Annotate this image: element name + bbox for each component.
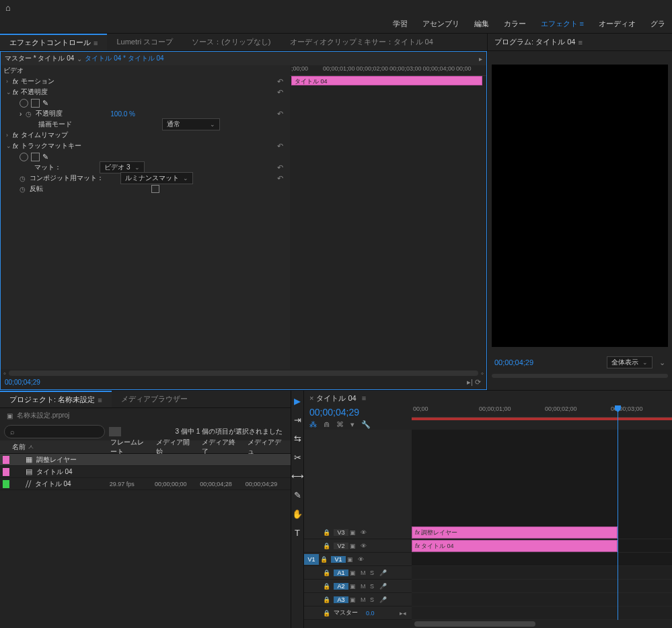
scroll-right-icon[interactable]: ◦ xyxy=(481,369,484,377)
fx-badge[interactable]: fx xyxy=(13,78,18,85)
fx-timeremap[interactable]: タイムリマップ xyxy=(21,130,68,140)
eye-icon[interactable]: 👁 xyxy=(358,556,367,563)
timeline-ruler[interactable]: 00;00 00;00;01;00 00;00;02;00 00;00;03;0… xyxy=(412,405,672,418)
loop-icon[interactable]: ▸| ⟳ xyxy=(467,378,481,387)
reset-icon[interactable]: ↶ xyxy=(277,77,283,86)
effcon-scrollbar[interactable]: ◦ ◦ xyxy=(1,369,486,377)
sync-lock-icon[interactable]: ▣ xyxy=(350,570,359,576)
close-icon[interactable]: × xyxy=(309,394,313,402)
solo-button[interactable]: S xyxy=(370,596,378,603)
track-a1[interactable] xyxy=(412,566,672,580)
program-time[interactable]: 00;00;04;29 xyxy=(494,358,533,366)
master-value[interactable]: 0.0 xyxy=(366,610,375,617)
type-tool-icon[interactable]: T xyxy=(291,526,303,539)
lock-icon[interactable]: 🔒 xyxy=(320,556,330,563)
project-row[interactable]: ▦調整レイヤー xyxy=(0,454,291,466)
tab-lumetri-scopes[interactable]: Lumetri スコープ xyxy=(107,34,182,50)
lock-icon[interactable]: 🔒 xyxy=(323,610,332,617)
track-master[interactable] xyxy=(412,606,672,620)
stopwatch-icon[interactable]: ◷ xyxy=(20,175,26,182)
ws-tab-learn[interactable]: 学習 xyxy=(393,19,408,29)
rect-mask-icon[interactable] xyxy=(31,99,40,108)
selection-tool-icon[interactable]: ▶ xyxy=(291,395,303,407)
program-title[interactable]: プログラム: タイトル 04 xyxy=(488,34,672,51)
home-icon[interactable]: ⌂ xyxy=(5,3,11,13)
track-v2[interactable]: fxタイトル 04 xyxy=(412,539,672,553)
pen-mask-icon[interactable]: ✎ xyxy=(42,153,48,161)
ellipse-mask-icon[interactable] xyxy=(20,153,28,161)
ec-master-clip[interactable]: マスター * タイトル 04 xyxy=(5,54,74,63)
marker-icon[interactable]: ▾ xyxy=(350,420,354,429)
project-row[interactable]: ⧸⧸タイトル 04 29.97 fps 00;00;00;00 00;00;04… xyxy=(0,478,291,490)
scroll-left-icon[interactable]: ◦ xyxy=(3,369,6,377)
timeline-scrollbar[interactable] xyxy=(304,620,672,628)
track-head-a3[interactable]: 🔒 A3 ▣ M S 🎤 xyxy=(304,593,412,606)
eye-icon[interactable]: 👁 xyxy=(361,529,370,536)
caret-icon[interactable]: ⌄ xyxy=(6,89,10,95)
effcon-time[interactable]: 00;00;04;29 xyxy=(1,377,44,387)
sequence-name[interactable]: タイトル 04 xyxy=(316,393,356,403)
ws-tab-graphics[interactable]: グラ xyxy=(650,19,665,29)
caret-icon[interactable]: › xyxy=(6,132,10,139)
track-head-a1[interactable]: 🔒 A1 ▣ M S 🎤 xyxy=(304,566,412,580)
lock-icon[interactable]: 🔒 xyxy=(323,543,332,549)
lock-icon[interactable]: 🔒 xyxy=(323,529,332,536)
scroll-thumb[interactable] xyxy=(9,370,478,376)
track-select-tool-icon[interactable]: ⇥ xyxy=(291,414,303,426)
fx-opacity[interactable]: 不透明度 xyxy=(21,87,48,97)
scroll-thumb[interactable] xyxy=(414,621,535,627)
ec-clip-name[interactable]: タイトル 04 * タイトル 04 xyxy=(85,54,163,63)
caret-icon[interactable]: › xyxy=(6,78,10,85)
link-icon[interactable]: ⌘ xyxy=(336,420,344,429)
track-name[interactable]: V2 xyxy=(334,543,348,549)
rect-mask-icon[interactable] xyxy=(31,153,40,161)
search-input[interactable]: ⌕ xyxy=(4,425,105,438)
program-viewport[interactable] xyxy=(492,65,668,347)
fx-badge[interactable]: fx xyxy=(13,143,18,150)
project-row[interactable]: ▤タイトル 04 xyxy=(0,466,291,478)
stopwatch-icon[interactable]: ◷ xyxy=(20,186,26,193)
caret-icon[interactable]: › xyxy=(20,110,22,118)
effcon-clip-bar[interactable]: タイトル 04 xyxy=(291,76,482,85)
source-patch-v1[interactable]: V1 xyxy=(304,554,319,565)
ws-tab-audio[interactable]: オーディオ xyxy=(599,19,636,29)
effcon-timeline[interactable]: ;00;00 00;00;01;00 00;00;02;00 00;00;03;… xyxy=(290,65,486,369)
sync-lock-icon[interactable]: ▣ xyxy=(350,543,359,549)
reset-icon[interactable]: ↶ xyxy=(277,110,283,118)
track-head-a2[interactable]: 🔒 A2 ▣ M S 🎤 xyxy=(304,580,412,593)
lock-icon[interactable]: 🔒 xyxy=(323,596,332,603)
mic-icon[interactable]: 🎤 xyxy=(379,583,389,590)
pen-tool-icon[interactable]: ✎ xyxy=(291,489,303,501)
blend-mode-select[interactable]: 通常 xyxy=(162,118,220,130)
track-content[interactable]: fx調整レイヤー fxタイトル 04 xyxy=(412,430,672,620)
lock-icon[interactable]: 🔒 xyxy=(323,570,332,576)
bin-icon[interactable]: ▣ xyxy=(7,412,13,420)
track-head-master[interactable]: 🔒 マスター 0.0 ▸◂ xyxy=(304,606,412,620)
tab-effect-controls[interactable]: エフェクトコントロール xyxy=(0,34,107,50)
eye-icon[interactable]: 👁 xyxy=(361,543,370,549)
chevron-down-icon[interactable]: ⌄ xyxy=(77,55,82,63)
mute-button[interactable]: M xyxy=(361,570,369,576)
ws-tab-assembly[interactable]: アセンブリ xyxy=(422,19,459,29)
solo-button[interactable]: S xyxy=(370,570,378,576)
ws-tab-edit[interactable]: 編集 xyxy=(474,19,489,29)
wrench-icon[interactable]: 🔧 xyxy=(361,420,371,429)
sync-lock-icon[interactable]: ▣ xyxy=(347,556,357,563)
clip-title[interactable]: fxタイトル 04 xyxy=(412,540,618,552)
caret-icon[interactable]: ⌄ xyxy=(6,143,10,149)
track-head-v2[interactable]: 🔒 V2 ▣ 👁 xyxy=(304,539,412,553)
program-ruler[interactable] xyxy=(492,374,668,387)
tab-media-browser[interactable]: メディアブラウザー xyxy=(112,391,197,407)
reset-icon[interactable]: ↶ xyxy=(277,142,283,151)
zoom-select[interactable]: 全体表示 xyxy=(607,356,652,368)
track-name[interactable]: V3 xyxy=(334,529,348,536)
hand-tool-icon[interactable]: ✋ xyxy=(291,508,303,520)
track-name[interactable]: A2 xyxy=(334,583,348,590)
fx-motion[interactable]: モーション xyxy=(21,77,54,86)
invert-checkbox[interactable] xyxy=(151,185,159,193)
composite-select[interactable]: ルミナンスマット xyxy=(120,172,193,184)
track-v1[interactable] xyxy=(412,553,672,566)
new-bin-icon[interactable] xyxy=(109,427,121,436)
timeline-time[interactable]: 00;00;04;29 xyxy=(309,407,406,418)
pen-mask-icon[interactable]: ✎ xyxy=(42,99,48,108)
